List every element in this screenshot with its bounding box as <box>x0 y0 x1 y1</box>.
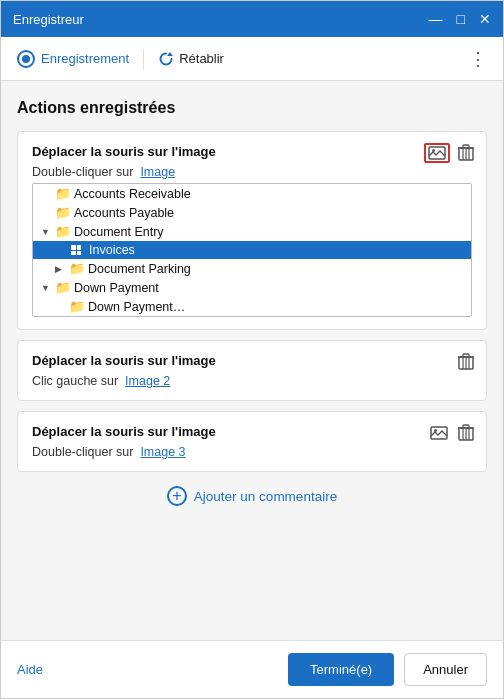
tree-item-accounts-receivable[interactable]: 📁 Accounts Receivable <box>33 184 471 203</box>
record-label: Enregistrement <box>41 51 129 66</box>
trash-icon <box>458 424 474 442</box>
folder-icon: 📁 <box>69 261 85 276</box>
trash-icon <box>458 144 474 162</box>
folder-icon: 📁 <box>55 186 71 201</box>
footer-buttons: Terminé(e) Annuler <box>288 653 487 686</box>
card-1-image-button[interactable] <box>424 143 450 163</box>
card-1-header: Déplacer la souris sur l'image <box>32 144 472 159</box>
tree-label: Down Payment… <box>88 300 185 314</box>
folder-icon: 📁 <box>55 205 71 220</box>
chevron-down-icon: ▼ <box>41 227 51 237</box>
tree-label: Down Payment <box>74 281 159 295</box>
folder-icon: 📁 <box>55 280 71 295</box>
titlebar: Enregistreur — □ ✕ <box>1 1 503 37</box>
card-3-body-link[interactable]: Image 3 <box>140 445 185 459</box>
image-icon <box>428 146 446 160</box>
card-1-body: Double-cliquer sur Image <box>32 165 472 179</box>
action-card-1: Déplacer la souris sur l'image Double-cl… <box>17 131 487 330</box>
minimize-button[interactable]: — <box>429 12 443 26</box>
window: Enregistreur — □ ✕ Enregistrement Rétabl… <box>0 0 504 699</box>
tree-label: Invoices <box>89 243 135 257</box>
add-comment-button[interactable]: + Ajouter un commentaire <box>17 486 487 506</box>
action-card-3: Déplacer la souris sur l'image Double-cl… <box>17 411 487 472</box>
tree-item-document-entry[interactable]: ▼ 📁 Document Entry <box>33 222 471 241</box>
tree-item-down-payment-child[interactable]: 📁 Down Payment… <box>33 297 471 316</box>
svg-marker-0 <box>167 52 173 56</box>
card-3-header: Déplacer la souris sur l'image <box>32 424 472 439</box>
card-1-body-link[interactable]: Image <box>140 165 175 179</box>
dropdown-tree: 📁 Accounts Receivable 📁 Accounts Payable… <box>32 183 472 317</box>
card-2-actions <box>456 351 476 373</box>
folder-icon: 📁 <box>69 299 85 314</box>
card-1-body-prefix: Double-cliquer sur <box>32 165 133 179</box>
done-button[interactable]: Terminé(e) <box>288 653 394 686</box>
card-3-body: Double-cliquer sur Image 3 <box>32 445 472 459</box>
toolbar: Enregistrement Rétablir ⋮ <box>1 37 503 81</box>
folder-icon: 📁 <box>55 224 71 239</box>
card-3-actions <box>428 422 476 444</box>
card-2-body: Clic gauche sur Image 2 <box>32 374 472 388</box>
aide-link[interactable]: Aide <box>17 662 43 677</box>
grid-icon <box>69 243 83 257</box>
card-3-body-prefix: Double-cliquer sur <box>32 445 133 459</box>
record-dot-icon <box>17 50 35 68</box>
retablir-icon <box>158 51 174 67</box>
card-2-delete-button[interactable] <box>456 351 476 373</box>
record-control[interactable]: Enregistrement <box>17 50 129 68</box>
footer: Aide Terminé(e) Annuler <box>1 640 503 698</box>
maximize-button[interactable]: □ <box>457 12 465 26</box>
toolbar-menu-button[interactable]: ⋮ <box>469 48 487 70</box>
tree-label: Accounts Payable <box>74 206 174 220</box>
toolbar-separator <box>143 49 144 69</box>
card-3-image-button[interactable] <box>428 424 450 442</box>
tree-item-document-parking[interactable]: ▶ 📁 Document Parking <box>33 259 471 278</box>
card-3-delete-button[interactable] <box>456 422 476 444</box>
record-dot-inner <box>22 55 30 63</box>
cancel-button[interactable]: Annuler <box>404 653 487 686</box>
card-2-header: Déplacer la souris sur l'image <box>32 353 472 368</box>
add-comment-label: Ajouter un commentaire <box>194 489 337 504</box>
tree-label: Document Parking <box>88 262 191 276</box>
window-title: Enregistreur <box>13 12 429 27</box>
tree-item-down-payment[interactable]: ▼ 📁 Down Payment <box>33 278 471 297</box>
chevron-right-icon: ▶ <box>55 264 65 274</box>
tree-item-invoices[interactable]: Invoices <box>33 241 471 259</box>
tree-label: Document Entry <box>74 225 164 239</box>
section-title: Actions enregistrées <box>17 99 487 117</box>
card-1-delete-button[interactable] <box>456 142 476 164</box>
close-button[interactable]: ✕ <box>479 12 491 26</box>
action-card-2: Déplacer la souris sur l'image Clic gauc… <box>17 340 487 401</box>
card-2-body-prefix: Clic gauche sur <box>32 374 118 388</box>
trash-icon <box>458 353 474 371</box>
main-content: Actions enregistrées Déplacer la souris … <box>1 81 503 640</box>
chevron-down-icon: ▼ <box>41 283 51 293</box>
retablir-control[interactable]: Rétablir <box>158 51 224 67</box>
titlebar-controls: — □ ✕ <box>429 12 491 26</box>
card-2-body-link[interactable]: Image 2 <box>125 374 170 388</box>
retablir-label: Rétablir <box>179 51 224 66</box>
tree-label: Accounts Receivable <box>74 187 191 201</box>
tree-item-accounts-payable[interactable]: 📁 Accounts Payable <box>33 203 471 222</box>
image-icon <box>430 426 448 440</box>
svg-point-2 <box>432 149 435 152</box>
card-1-actions <box>424 142 476 164</box>
add-circle-icon: + <box>167 486 187 506</box>
svg-point-14 <box>434 429 437 432</box>
